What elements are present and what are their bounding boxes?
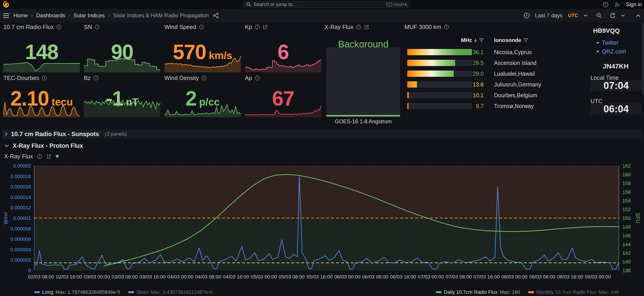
- bullet: •: [597, 48, 599, 55]
- muf-bar: [407, 92, 409, 98]
- breadcrumb-item[interactable]: Solar Indices: [74, 12, 105, 19]
- ionosonde-station: Lualualei,Hawaii: [494, 70, 535, 77]
- info-icon[interactable]: [444, 24, 449, 30]
- info-icon[interactable]: [202, 75, 207, 81]
- panel-title[interactable]: Ap: [245, 74, 252, 81]
- column-header-mhz[interactable]: MHz: [461, 37, 472, 43]
- legend-item[interactable]: LongMax: 1.787486326065846e-5: [34, 289, 120, 295]
- filter-icon[interactable]: [524, 38, 528, 42]
- search-input[interactable]: Search or jump to... cmd+k: [243, 1, 410, 8]
- x-axis-tick: 05/03 16:00: [306, 274, 332, 280]
- time-range-picker[interactable]: Last 7 days: [535, 12, 562, 19]
- callsign: HB9VQQ: [593, 27, 642, 34]
- grafana-logo[interactable]: [3, 1, 10, 8]
- muf-bar: [407, 103, 408, 109]
- local-time-value: 07:04: [590, 80, 642, 91]
- link-qrzcom[interactable]: QRZ.com: [602, 48, 626, 55]
- panel-title[interactable]: MUF 3000 km: [404, 23, 441, 30]
- scrollbar[interactable]: [642, 22, 644, 94]
- y-axis-left-tick: 0.000004: [10, 247, 31, 253]
- filter-icon[interactable]: [479, 38, 484, 42]
- panel-title[interactable]: TEC-Dourbes: [3, 74, 39, 81]
- refresh-icon[interactable]: [610, 12, 616, 18]
- sort-down-icon[interactable]: [474, 38, 478, 42]
- y-axis-left-tick: 0.00001: [13, 215, 31, 221]
- help-icon[interactable]: ?: [603, 1, 608, 7]
- info-icon[interactable]: [199, 24, 204, 30]
- info-icon[interactable]: [56, 24, 62, 30]
- muf-bar-track: [407, 81, 472, 88]
- muf-bar-track: [407, 103, 472, 109]
- panel-title[interactable]: SN: [84, 23, 92, 30]
- breadcrumb-item[interactable]: Home: [14, 12, 28, 19]
- table-row[interactable]: 29.0Lualualei,Hawaii: [404, 68, 540, 79]
- muf-3000km-panel: MUF 3000 km MHz Ionosonde 36.1Nicosia,Cy…: [404, 23, 540, 117]
- table-row[interactable]: 10.1Dourbes,Belgium: [404, 90, 540, 100]
- chevron-down-icon[interactable]: [584, 14, 588, 17]
- search-icon: [246, 2, 251, 7]
- link-list: •Twitter•QRZ.com: [597, 39, 642, 55]
- info-icon[interactable]: [255, 24, 260, 30]
- y-axis-right-tick: 162: [622, 163, 631, 169]
- breadcrumb-item[interactable]: Dashboards: [36, 12, 65, 19]
- panel-title[interactable]: Wind Density: [164, 74, 199, 81]
- legend-swatch: [128, 291, 134, 293]
- timezone-label[interactable]: UTC: [568, 12, 578, 18]
- breadcrumb-item[interactable]: Solar Indices & HAM Radio Propagation: [113, 12, 209, 19]
- gauge-fill: [326, 115, 400, 117]
- keyboard-icon: [386, 2, 392, 6]
- table-row[interactable]: 36.1Nicosia,Cyprus: [404, 46, 540, 57]
- panel-title[interactable]: Bz: [84, 74, 90, 81]
- table-row[interactable]: 29.5Ascension Island: [404, 57, 540, 68]
- external-link-icon[interactable]: [364, 24, 369, 30]
- top-bar: Search or jump to... cmd+k ? Sign in: [0, 0, 644, 9]
- muf-value: 36.1: [473, 49, 484, 55]
- row-radio-flux-sunspots[interactable]: 10.7 cm Radio Flux - Sunspots (2 panels): [2, 129, 642, 139]
- y-axis-left-tick: 0.00002: [13, 163, 31, 169]
- info-icon[interactable]: [42, 75, 47, 81]
- menu-icon[interactable]: [3, 13, 9, 18]
- zoom-out-icon[interactable]: [596, 12, 602, 18]
- muf-bar: [407, 81, 417, 88]
- x-axis-tick: 02/03 08:00: [28, 274, 54, 280]
- x-axis-tick: 06/03 08:00: [362, 274, 388, 280]
- info-icon[interactable]: [356, 24, 361, 30]
- panel-title[interactable]: X-Ray Flux: [324, 23, 354, 30]
- column-header-ionosonde[interactable]: Ionosonde: [494, 37, 521, 43]
- shortcut-hint: cmd+k: [386, 2, 407, 7]
- y-axis-left-label: W/m²: [3, 212, 9, 224]
- external-link-icon[interactable]: [263, 24, 268, 30]
- x-axis-tick: 04/03 16:00: [223, 274, 249, 280]
- panel-title[interactable]: 10.7 cm Radio Flux: [3, 23, 54, 30]
- legend-item[interactable]: Monthly 10.7cm Radio FluxMax: 146: [528, 289, 619, 295]
- y-axis-right-tick: 154: [622, 198, 631, 204]
- x-axis-tick: 06/03 16:00: [390, 274, 416, 280]
- panel-title[interactable]: Wind Speed: [164, 23, 196, 30]
- share-icon[interactable]: [213, 12, 219, 18]
- stat-panel-ap: Ap67: [245, 74, 321, 117]
- divider: [491, 79, 492, 90]
- table-row[interactable]: 13.6Juliusruh,Germany: [404, 79, 540, 90]
- legend-item[interactable]: Daily 10.7cm Radio FluxMax: 160: [436, 289, 520, 295]
- x-axis-tick: 05/03 08:00: [278, 274, 305, 280]
- breadcrumb-separator: ›: [31, 12, 33, 19]
- panel-title[interactable]: Kp: [245, 23, 252, 30]
- y-axis-right-tick: 146: [622, 233, 631, 239]
- stat-panel-bz: Bz-1nT: [84, 74, 160, 117]
- y-axis-right-tick: 158: [622, 181, 631, 186]
- link-twitter[interactable]: Twitter: [602, 39, 618, 46]
- time-series-chart[interactable]: 00.0000020.0000040.0000060.0000080.00001…: [0, 151, 644, 288]
- muf-value: 13.6: [473, 81, 484, 88]
- info-icon[interactable]: [255, 75, 260, 81]
- row-xray-proton-flux[interactable]: X-Ray Flux - Proton Flux: [2, 141, 642, 150]
- x-axis-tick: 05/03 00:00: [251, 274, 277, 280]
- info-icon[interactable]: [95, 24, 100, 30]
- info-icon[interactable]: [93, 75, 98, 81]
- collapse-topbar-icon[interactable]: [636, 14, 640, 17]
- news-icon[interactable]: [614, 1, 620, 7]
- legend-item[interactable]: ShortMax: 3.43073634212487e-6: [128, 289, 212, 295]
- refresh-interval-chevron-icon[interactable]: [621, 14, 625, 17]
- table-row[interactable]: 9.7Tromsø,Norway: [404, 100, 540, 111]
- sign-in-button[interactable]: Sign in: [626, 1, 642, 8]
- y-axis-left-tick: 0.000018: [10, 174, 31, 179]
